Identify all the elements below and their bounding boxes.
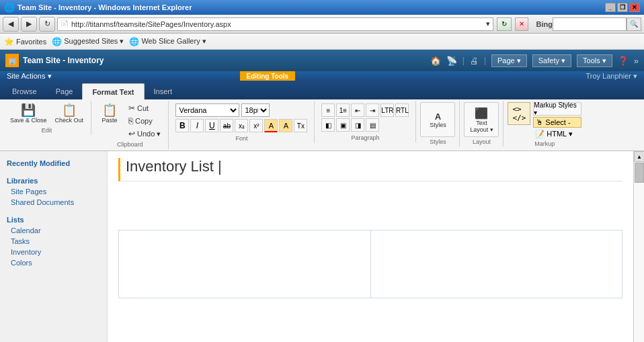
user-label: Troy Lanphier ▾ (586, 72, 637, 81)
close-button[interactable]: ✕ (629, 3, 640, 12)
nav-inventory[interactable]: Inventory (0, 247, 107, 257)
tab-insert[interactable]: Insert (145, 83, 182, 99)
html-button[interactable]: 📝 HTML ▾ (533, 129, 581, 139)
markup-controls: <> </> Markup Styles ▾ 🖱 Select - 📝 HTML… (508, 102, 581, 139)
help-icon[interactable]: ❓ (618, 56, 629, 66)
ribbon-section-font: Verdana 18pt B I U ab x₂ x² A A Tx (169, 101, 315, 143)
rss-icon[interactable]: 📡 (446, 56, 457, 66)
nav-shared-documents[interactable]: Shared Documents (0, 197, 107, 208)
site-name: Team Site - Inventory (23, 56, 430, 65)
left-nav: Recently Modified Libraries Site Pages S… (0, 151, 108, 342)
ribbon-section-layout: ⬛ Text Layout ▾ Layout (460, 101, 504, 146)
html-icon: 📝 (535, 130, 545, 138)
underline-button[interactable]: U (205, 119, 218, 132)
safety-btn[interactable]: Safety ▾ (532, 54, 571, 67)
paragraph-section-label: Paragraph (351, 134, 379, 141)
page-btn[interactable]: Page ▾ (491, 54, 527, 67)
go-button[interactable]: ↻ (497, 17, 512, 31)
clipboard-buttons: 📋 Paste ✂ Cut ⎘ Copy ↩ Undo ▾ (95, 102, 164, 140)
page-title: Inventory List | (118, 158, 622, 181)
select-button[interactable]: 🖱 Select - (533, 117, 581, 128)
align-right-button[interactable]: ◨ (351, 118, 364, 132)
restore-button[interactable]: ❐ (617, 3, 628, 12)
align-justify-button[interactable]: ▤ (366, 118, 379, 132)
copy-icon: ⎘ (128, 116, 133, 126)
nav-tasks[interactable]: Tasks (0, 236, 107, 247)
font-size-select[interactable]: 18pt (241, 103, 270, 117)
sp-header: 🏢 Team Site - Inventory 🏠 📡 | 🖨 | Page ▾… (0, 50, 644, 71)
scroll-thumb[interactable] (635, 163, 644, 183)
copy-button[interactable]: ⎘ Copy (125, 115, 164, 127)
indent-decrease-button[interactable]: ⇤ (351, 103, 364, 117)
nav-colors[interactable]: Colors (0, 257, 107, 268)
tools-btn[interactable]: Tools ▾ (577, 54, 612, 67)
dropdown-arrow[interactable]: ▾ (486, 19, 490, 28)
paste-icon: 📋 (102, 104, 117, 116)
nav-recently-modified[interactable]: Recently Modified (0, 157, 107, 169)
clipboard-section-label: Clipboard (117, 141, 143, 148)
text-layout-button[interactable]: ⬛ Text Layout ▾ (464, 102, 499, 137)
indent-increase-button[interactable]: ⇥ (366, 103, 379, 117)
nav-lists[interactable]: Lists (0, 213, 107, 225)
home-icon[interactable]: 🏠 (430, 56, 441, 66)
search-area: Bing 🔍 (534, 17, 641, 31)
layout-label: Text Layout ▾ (470, 120, 493, 133)
highlight-button[interactable]: A (279, 119, 292, 132)
content-cell-2[interactable] (371, 230, 622, 298)
nav-calendar[interactable]: Calendar (0, 225, 107, 236)
scroll-up-button[interactable]: ▲ (634, 151, 644, 162)
ltr-button[interactable]: LTR (380, 103, 394, 117)
tab-browse[interactable]: Browse (3, 83, 46, 99)
suggested-sites-link[interactable]: 🌐 Suggested Sites ▾ (52, 37, 124, 46)
search-button[interactable]: 🔍 (627, 17, 641, 31)
favorites-button[interactable]: ⭐ Favorites (4, 37, 46, 46)
edit-buttons: 💾 Save & Close 📋 Check Out (7, 102, 87, 126)
subscript-button[interactable]: x₂ (235, 119, 248, 132)
styles-button[interactable]: A Styles (420, 102, 455, 137)
web-slice-label: Web Slice Gallery ▾ (141, 37, 206, 46)
font-family-select[interactable]: Verdana (175, 103, 239, 117)
ie-icon: 🌐 (4, 3, 15, 13)
html-tag2: </> (512, 114, 526, 122)
font-color-button[interactable]: A (264, 119, 278, 132)
bold-button[interactable]: B (175, 119, 189, 132)
cut-button[interactable]: ✂ Cut (125, 102, 164, 114)
layout-icon: ⬛ (475, 107, 488, 120)
back-button[interactable]: ◀ (3, 17, 19, 32)
search-input[interactable] (553, 17, 627, 31)
nav-libraries[interactable]: Libraries (0, 174, 107, 186)
tab-format-text[interactable]: Format Text (82, 83, 144, 99)
more-icon[interactable]: » (634, 56, 639, 66)
paste-button[interactable]: 📋 Paste (95, 102, 124, 126)
markup-styles-button[interactable]: Markup Styles ▾ (533, 102, 581, 116)
star-icon: ⭐ (4, 37, 14, 46)
align-center-button[interactable]: ▣ (336, 118, 350, 132)
web-slice-link[interactable]: 🌐 Web Slice Gallery ▾ (129, 37, 206, 46)
tab-page[interactable]: Page (46, 83, 83, 99)
content-cell-1[interactable] (119, 230, 371, 298)
user-menu[interactable]: Troy Lanphier ▾ (586, 72, 644, 81)
italic-button[interactable]: I (190, 119, 204, 132)
ordered-list-button[interactable]: 1≡ (336, 103, 350, 117)
check-out-button[interactable]: 📋 Check Out (52, 102, 87, 126)
paragraph-buttons: ≡ 1≡ ⇤ ⇥ LTR RTL ◧ ▣ ◨ ▤ (319, 102, 411, 133)
ribbon-top-row: Site Actions ▾ Editing Tools Troy Lanphi… (0, 71, 644, 81)
refresh-button[interactable]: ↻ (39, 17, 55, 32)
clear-format-button[interactable]: Tx (294, 119, 307, 132)
undo-button[interactable]: ↩ Undo ▾ (125, 128, 164, 140)
nav-site-pages[interactable]: Site Pages (0, 186, 107, 197)
strikethrough-button[interactable]: ab (220, 119, 233, 132)
save-close-button[interactable]: 💾 Save & Close (7, 102, 50, 126)
sp-logo-text: 🏢 (8, 57, 16, 65)
minimize-button[interactable]: _ (605, 3, 616, 12)
styles-label: Styles (430, 122, 446, 128)
superscript-button[interactable]: x² (249, 119, 263, 132)
font-row2: B I U ab x₂ x² A A Tx (175, 119, 307, 132)
rtl-button[interactable]: RTL (395, 103, 409, 117)
site-actions-button[interactable]: Site Actions ▾ (0, 68, 58, 84)
forward-button[interactable]: ▶ (21, 17, 37, 32)
align-left-button[interactable]: ◧ (321, 118, 335, 132)
print-icon[interactable]: 🖨 (470, 56, 479, 66)
stop-button[interactable]: ✕ (515, 17, 528, 31)
unordered-list-button[interactable]: ≡ (321, 103, 335, 117)
